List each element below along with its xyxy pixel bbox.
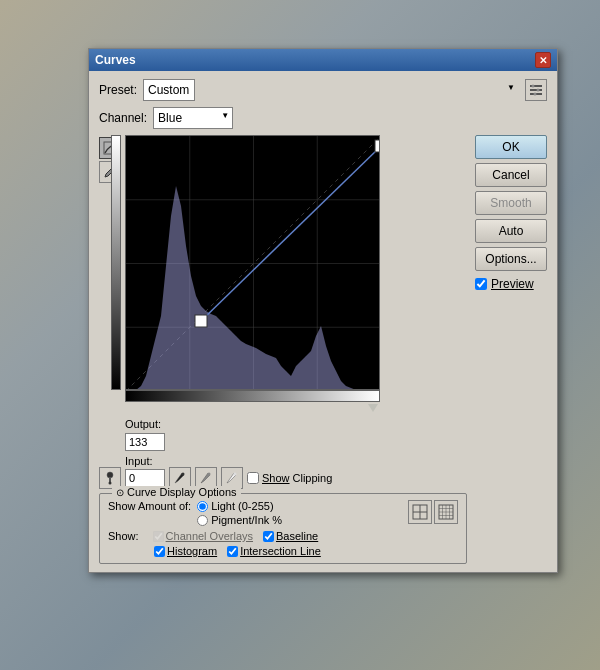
channel-overlays-checkbox[interactable] <box>153 531 164 542</box>
simple-grid-icon <box>412 504 428 520</box>
channel-select-wrapper: Blue RGB Red Green <box>153 107 233 129</box>
radio-options: Light (0-255) Pigment/Ink % <box>197 500 396 526</box>
svg-point-22 <box>234 473 237 476</box>
curve-svg <box>126 136 380 390</box>
ok-button[interactable]: OK <box>475 135 547 159</box>
output-input[interactable] <box>125 433 165 451</box>
channel-overlays-label[interactable]: Channel Overlays <box>153 530 253 542</box>
triangle-area <box>125 402 380 414</box>
channel-select[interactable]: Blue RGB Red Green <box>153 107 233 129</box>
preview-row: Preview <box>475 277 547 291</box>
output-input-row <box>125 433 467 451</box>
svg-point-20 <box>182 473 185 476</box>
baseline-label[interactable]: Baseline <box>263 530 318 542</box>
output-gradient-bar <box>111 135 121 390</box>
preset-label: Preset: <box>99 83 137 97</box>
close-button[interactable]: ✕ <box>535 52 551 68</box>
intersection-line-label[interactable]: Intersection Line <box>227 545 321 557</box>
light-option-label[interactable]: Light (0-255) <box>197 500 396 512</box>
histogram-label[interactable]: Histogram <box>154 545 217 557</box>
channel-overlays-text: Channel Overlays <box>166 530 253 542</box>
options-title-row: ⊙ Curve Display Options <box>112 486 241 498</box>
show-label: Show <box>262 472 290 484</box>
detailed-grid-icon <box>438 504 454 520</box>
channel-label: Channel: <box>99 111 147 125</box>
svg-point-5 <box>534 93 537 96</box>
dialog-title: Curves <box>95 53 136 67</box>
svg-point-3 <box>532 85 535 88</box>
pigment-radio[interactable] <box>197 515 208 526</box>
control-point-1 <box>195 315 207 327</box>
svg-point-19 <box>109 482 112 485</box>
preset-select-wrapper: Custom <box>143 79 519 101</box>
eyedropper-gray-point-icon <box>199 471 213 485</box>
cancel-button[interactable]: Cancel <box>475 163 547 187</box>
histogram-checkbox[interactable] <box>154 546 165 557</box>
clipping-section: Show Clipping <box>247 472 332 484</box>
baseline-text: Baseline <box>276 530 318 542</box>
curve-display-options: ⊙ Curve Display Options Show Amount of: … <box>99 493 467 564</box>
options-button[interactable]: Options... <box>475 247 547 271</box>
detailed-grid-button[interactable] <box>434 500 458 524</box>
input-gradient-bar <box>125 390 380 402</box>
presets-icon <box>529 83 543 97</box>
input-section: Input: <box>99 455 467 467</box>
preview-checkbox[interactable] <box>475 278 487 290</box>
light-radio[interactable] <box>197 501 208 512</box>
svg-marker-15 <box>126 186 380 390</box>
options-title-text: Curve Display Options <box>127 486 236 498</box>
intersection-line-checkbox[interactable] <box>227 546 238 557</box>
curve-canvas-wrapper <box>125 135 380 414</box>
title-bar: Curves ✕ <box>89 49 557 71</box>
svg-rect-1 <box>530 89 542 91</box>
output-label: Output: <box>125 418 161 430</box>
show-clipping-checkbox[interactable] <box>247 472 259 484</box>
show-amount-row: Show Amount of: Light (0-255) Pigment/In… <box>108 500 458 526</box>
preset-row: Preset: Custom <box>99 79 547 101</box>
preview-label: Preview <box>491 277 534 291</box>
baseline-checkbox[interactable] <box>263 531 274 542</box>
smooth-button[interactable]: Smooth <box>475 191 547 215</box>
eyedropper-black-point-icon <box>173 471 187 485</box>
simple-grid-button[interactable] <box>408 500 432 524</box>
show-checkboxes-row-2: Histogram Intersection Line <box>108 545 458 557</box>
input-label: Input: <box>125 455 153 467</box>
curve-canvas[interactable] <box>125 135 380 390</box>
svg-point-4 <box>537 89 540 92</box>
main-content: Output: Input: <box>99 135 547 564</box>
eyedropper-black-icon <box>103 471 117 485</box>
right-panel: OK Cancel Smooth Auto Options... Preview <box>475 135 547 564</box>
show-checkboxes-row: Show: Channel Overlays Baseline <box>108 530 458 542</box>
auto-button[interactable]: Auto <box>475 219 547 243</box>
options-chevron-icon: ⊙ <box>116 487 124 498</box>
control-point-2 <box>375 140 380 152</box>
intersection-line-text: Intersection Line <box>240 545 321 557</box>
output-row: Output: <box>125 418 467 431</box>
histogram-text: Histogram <box>167 545 217 557</box>
svg-point-21 <box>208 473 211 476</box>
clipping-label: Clipping <box>293 472 333 484</box>
curve-area <box>99 135 467 414</box>
pigment-option-label[interactable]: Pigment/Ink % <box>197 514 396 526</box>
show-amount-label: Show Amount of: <box>108 500 191 512</box>
svg-line-16 <box>201 146 380 321</box>
curves-dialog: Curves ✕ Preset: Custom <box>88 48 558 573</box>
channel-row: Channel: Blue RGB Red Green <box>99 107 547 129</box>
triangle-indicator <box>368 404 378 412</box>
pigment-option-text: Pigment/Ink % <box>211 514 282 526</box>
preset-options-button[interactable] <box>525 79 547 101</box>
input-value-field[interactable] <box>125 469 165 487</box>
show-spacer <box>108 545 144 557</box>
grid-buttons <box>408 500 458 524</box>
light-option-text: Light (0-255) <box>211 500 273 512</box>
dialog-body: Preset: Custom Channel: <box>89 71 557 572</box>
show-label-text: Show: <box>108 530 139 542</box>
left-panel: Output: Input: <box>99 135 467 564</box>
eyedropper-white-point-icon <box>225 471 239 485</box>
preset-select[interactable]: Custom <box>143 79 195 101</box>
